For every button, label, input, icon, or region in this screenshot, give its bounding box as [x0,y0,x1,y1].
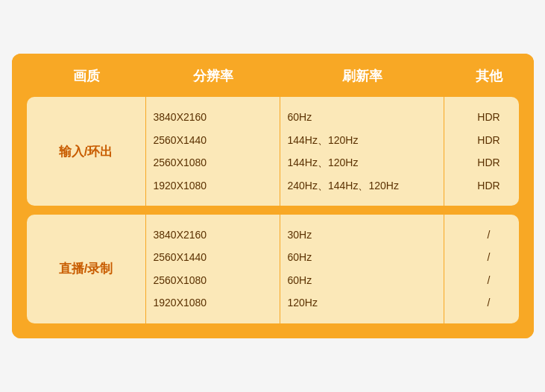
table-row: 直播/录制 3840X2160 2560X1440 2560X1080 1920… [27,215,519,323]
row-label-input: 输入/环出 [27,97,146,206]
row-label-stream: 直播/录制 [27,215,146,323]
refresh-cell: 120Hz [288,294,436,311]
row-refresh-stream: 30Hz 60Hz 60Hz 120Hz [280,215,444,323]
table-body: 输入/环出 3840X2160 2560X1440 2560X1080 1920… [12,97,534,338]
refresh-cell: 30Hz [288,227,436,243]
other-cell: HDR [452,132,526,148]
header-resolution: 分辨率 [146,67,280,85]
header-refresh: 刷新率 [280,67,444,85]
row-resolutions-input: 3840X2160 2560X1440 2560X1080 1920X1080 [146,97,280,206]
other-cell: / [452,272,526,288]
refresh-cell: 144Hz、120Hz [288,154,436,171]
refresh-cell: 144Hz、120Hz [288,132,436,148]
res-cell: 3840X2160 [154,227,272,243]
other-cell: / [452,249,526,265]
header-other: 其他 [444,67,534,85]
res-cell: 3840X2160 [154,109,272,125]
res-cell: 2560X1440 [154,132,272,148]
row-resolutions-stream: 3840X2160 2560X1440 2560X1080 1920X1080 [146,215,280,323]
other-cell: HDR [452,154,526,171]
res-cell: 2560X1080 [154,272,272,288]
refresh-cell: 240Hz、144Hz、120Hz [288,177,436,194]
row-other-input: HDR HDR HDR HDR [444,97,534,206]
row-refresh-input: 60Hz 144Hz、120Hz 144Hz、120Hz 240Hz、144Hz… [280,97,444,206]
header-quality: 画质 [27,67,146,85]
other-cell: / [452,227,526,243]
refresh-cell: 60Hz [288,249,436,265]
table-row: 输入/环出 3840X2160 2560X1440 2560X1080 1920… [27,97,519,206]
refresh-cell: 60Hz [288,272,436,288]
res-cell: 1920X1080 [154,294,272,311]
res-cell: 2560X1080 [154,154,272,171]
row-other-stream: / / / / [444,215,534,323]
other-cell: HDR [452,177,526,194]
other-cell: / [452,294,526,311]
refresh-cell: 60Hz [288,109,436,125]
specs-table: 画质 分辨率 刷新率 其他 输入/环出 3840X2160 2560X1440 … [12,54,534,338]
other-cell: HDR [452,109,526,125]
table-header: 画质 分辨率 刷新率 其他 [12,54,534,97]
res-cell: 2560X1440 [154,249,272,265]
res-cell: 1920X1080 [154,177,272,194]
